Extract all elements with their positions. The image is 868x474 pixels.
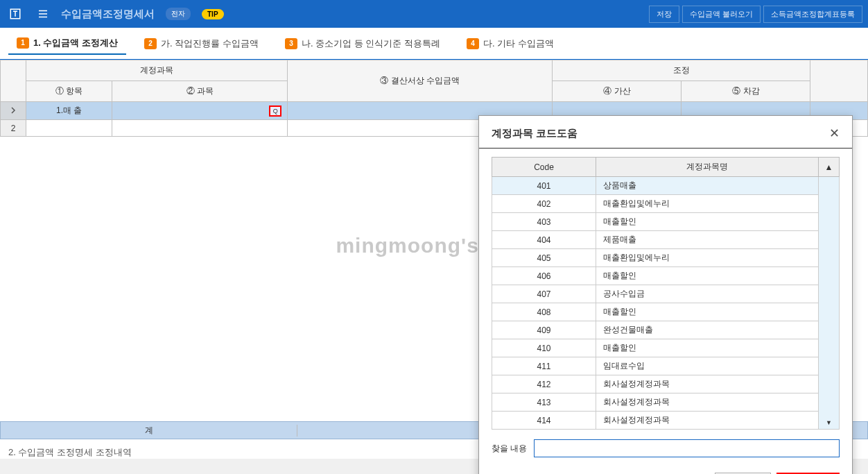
col-item: ① 항목	[26, 81, 112, 102]
tab-label: 가. 작업진행률 수입금액	[161, 37, 259, 50]
tabs-row: 1 1. 수입금액 조정계산 2 가. 작업진행률 수입금액 3 나. 중소기업…	[0, 28, 868, 60]
cell-item[interactable]	[26, 120, 112, 137]
app-icon[interactable]	[6, 4, 25, 24]
save-button[interactable]: 저장	[649, 6, 679, 23]
close-icon[interactable]: ✕	[829, 126, 840, 141]
tab-label: 다. 기타 수입금액	[483, 37, 554, 50]
col-name-header: 계정과목명	[596, 158, 819, 177]
col-settlement: ③ 결산서상 수입금액	[288, 60, 553, 102]
tab-label: 나. 중소기업 등 인식기준 적용특례	[302, 37, 440, 50]
code-cell: 404	[492, 231, 596, 249]
scrollbar-head: ▲	[819, 158, 840, 177]
tab-label: 1. 수입금액 조정계산	[33, 37, 118, 49]
code-row[interactable]: 403매출할인	[492, 213, 840, 231]
code-cell: 409	[492, 321, 596, 339]
cell-item[interactable]: 1.매 출	[26, 102, 112, 120]
name-cell: 매출할인	[596, 339, 819, 357]
income-summary-button[interactable]: 소득금액조정합계표등록	[763, 6, 862, 23]
row-num: 2	[1, 120, 26, 137]
code-cell: 407	[492, 285, 596, 303]
tab-num: 1	[17, 37, 29, 49]
code-cell: 408	[492, 303, 596, 321]
code-row[interactable]: 407공사수입금	[492, 285, 840, 303]
code-cell: 401	[492, 177, 596, 195]
code-row[interactable]: 414회사설정계정과목	[492, 412, 840, 430]
code-row[interactable]: 412회사설정계정과목	[492, 375, 840, 393]
code-cell: 414	[492, 412, 596, 430]
name-cell: 매출할인	[596, 213, 819, 231]
code-cell: 410	[492, 339, 596, 357]
code-cell: 412	[492, 375, 596, 393]
tab-num: 2	[144, 38, 157, 49]
top-bar: 수입금액조정명세서 전자 TIP 저장 수입금액 불러오기 소득금액조정합계표등…	[0, 0, 868, 28]
badge-electronic: 전자	[166, 8, 191, 20]
code-table: Code 계정과목명 ▲ 401상품매출▼402매출환입및에누리403매출할인4…	[492, 157, 840, 430]
search-input[interactable]	[534, 439, 840, 457]
page-title: 수입금액조정명세서	[61, 8, 155, 21]
name-cell: 완성건물매출	[596, 321, 819, 339]
expand-icon[interactable]	[1, 102, 26, 120]
name-cell: 회사설정계정과목	[596, 412, 819, 430]
code-cell: 405	[492, 249, 596, 267]
name-cell: 공사수입금	[596, 285, 819, 303]
tab-num: 4	[467, 38, 479, 49]
name-cell: 회사설정계정과목	[596, 393, 819, 412]
cell-subject[interactable]	[112, 120, 288, 137]
search-label: 찾을 내용	[492, 443, 527, 455]
name-cell: 임대료수입	[596, 357, 819, 375]
load-revenue-button[interactable]: 수입금액 불러오기	[682, 6, 761, 23]
name-cell: 매출할인	[596, 267, 819, 285]
lookup-icon[interactable]: Q	[269, 105, 281, 117]
code-row[interactable]: 411임대료수입	[492, 357, 840, 375]
code-cell: 411	[492, 357, 596, 375]
name-cell: 회사설정계정과목	[596, 375, 819, 393]
badge-tip[interactable]: TIP	[202, 9, 224, 19]
code-row[interactable]: 410매출할인	[492, 339, 840, 357]
code-cell: 406	[492, 267, 596, 285]
menu-icon[interactable]	[33, 4, 53, 24]
cell-subject[interactable]: Q	[112, 102, 288, 120]
code-cell: 402	[492, 195, 596, 213]
name-cell: 매출할인	[596, 303, 819, 321]
name-cell: 제품매출	[596, 231, 819, 249]
name-cell: 매출환입및에누리	[596, 249, 819, 267]
col-add: ④ 가산	[553, 81, 682, 102]
tab-4[interactable]: 4 다. 기타 수입금액	[458, 33, 562, 54]
scrollbar[interactable]: ▼	[819, 177, 840, 430]
name-cell: 매출환입및에누리	[596, 195, 819, 213]
tab-1[interactable]: 1 1. 수입금액 조정계산	[8, 33, 126, 55]
code-cell: 403	[492, 213, 596, 231]
code-row[interactable]: 405매출환입및에누리	[492, 249, 840, 267]
tab-num: 3	[285, 38, 297, 49]
code-row[interactable]: 404제품매출	[492, 231, 840, 249]
col-expand	[1, 60, 26, 102]
tab-2[interactable]: 2 가. 작업진행률 수입금액	[136, 33, 267, 54]
code-row[interactable]: 401상품매출▼	[492, 177, 840, 195]
code-row[interactable]: 402매출환입및에누리	[492, 195, 840, 213]
col-adjustment: 조정	[553, 60, 810, 81]
total-label: 계	[1, 425, 297, 437]
name-cell: 상품매출	[596, 177, 819, 195]
col-subject: ② 과목	[112, 81, 288, 102]
col-sub: ⑤ 차감	[682, 81, 810, 102]
col-code-header: Code	[492, 158, 596, 177]
modal-title: 계정과목 코드도움	[492, 127, 578, 140]
code-row[interactable]: 409완성건물매출	[492, 321, 840, 339]
code-row[interactable]: 406매출할인	[492, 267, 840, 285]
code-help-modal: 계정과목 코드도움 ✕ Code 계정과목명 ▲ 401상품매출▼402매출환입…	[478, 115, 853, 459]
code-row[interactable]: 413회사설정계정과목	[492, 393, 840, 412]
tab-3[interactable]: 3 나. 중소기업 등 인식기준 적용특례	[277, 33, 449, 54]
col-end	[810, 60, 868, 102]
code-row[interactable]: 408매출할인	[492, 303, 840, 321]
col-account: 계정과목	[26, 60, 288, 81]
code-cell: 413	[492, 393, 596, 412]
